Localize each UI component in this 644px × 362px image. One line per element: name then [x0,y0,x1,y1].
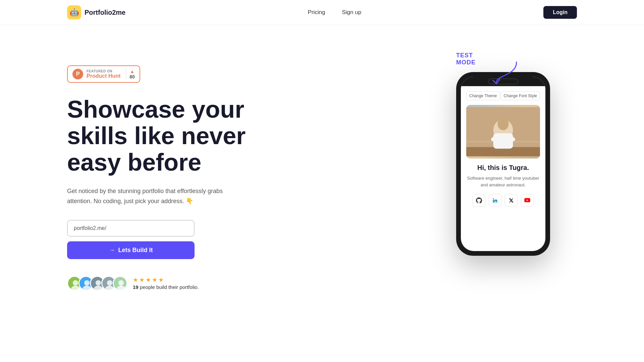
svg-point-19 [498,118,509,130]
phone-greeting: Hi, this is Tugra. [466,164,540,172]
hero-heading: Showcase your skills like never easy bef… [67,96,302,176]
svg-point-7 [96,280,101,286]
ph-brand-label: Product Hunt [87,73,120,79]
star-rating: ★ ★ ★ ★ ★ [133,276,199,284]
ph-number: 80 [129,74,135,79]
svg-rect-20 [493,133,513,149]
main-content: P FEATURED ON Product Hunt ▲ 80 Showcase… [0,25,644,311]
change-theme-button[interactable]: Change Theme [466,92,500,100]
github-icon[interactable] [473,194,485,207]
ph-icon: P [72,69,83,79]
ph-arrow-icon: ▲ [130,69,135,74]
change-font-button[interactable]: Change Font Style [501,92,540,100]
phone-mockup: Change Theme Change Font Style [456,72,550,256]
social-proof: ★ ★ ★ ★ ★ 19 people build their portfoli… [67,276,302,291]
svg-point-4 [84,280,90,286]
star-3: ★ [146,276,151,284]
svg-point-13 [118,280,124,286]
ph-text-block: FEATURED ON Product Hunt [87,69,120,79]
phone-screen: Change Theme Change Font Style [461,77,545,251]
url-input[interactable] [67,220,195,237]
phone-bio: Software engineer, half time youtuber an… [466,175,540,188]
linkedin-icon[interactable] [489,194,501,207]
twitter-x-icon[interactable] [505,194,518,207]
curved-arrow-icon [490,59,523,85]
nav-pricing-link[interactable]: Pricing [308,9,325,16]
stars-text-block: ★ ★ ★ ★ ★ 19 people build their portfoli… [133,276,199,290]
social-count: 19 [133,284,139,290]
product-hunt-badge[interactable]: P FEATURED ON Product Hunt ▲ 80 [67,65,140,83]
svg-point-1 [73,280,78,286]
ph-featured-text: FEATURED ON [87,69,120,73]
youtube-icon[interactable] [521,194,534,207]
nav-links: Pricing Sign up [308,9,362,16]
hero-subtitle: Get noticed by the stunning portfolio th… [67,186,241,206]
login-button[interactable]: Login [543,6,577,19]
logo-icon: 🤖 [67,5,81,19]
phone-profile-image [466,105,540,159]
test-mode-label: TEST MODE [456,52,490,66]
ph-score-block: ▲ 80 [126,69,135,79]
svg-point-10 [107,280,112,286]
navbar: 🤖 Portfolio2me Pricing Sign up Login [0,0,644,25]
social-proof-text: 19 people build their portfolio. [133,284,199,290]
logo-text: Portfolio2me [85,9,125,16]
build-btn-arrow-icon: → [109,247,115,254]
left-section: P FEATURED ON Product Hunt ▲ 80 Showcase… [67,52,302,291]
input-row: → Lets Build It [67,220,302,259]
build-btn-label: Lets Build It [118,247,153,254]
nav-logo[interactable]: 🤖 Portfolio2me [67,5,125,19]
phone-inner: Change Theme Change Font Style [461,86,545,212]
phone-actions: Change Theme Change Font Style [466,92,540,100]
avatar-group [67,276,127,291]
build-button[interactable]: → Lets Build It [67,241,195,259]
star-2: ★ [139,276,145,284]
phone-social-icons [466,194,540,207]
right-section: TEST MODE Change Theme Change Font Style [456,52,577,256]
nav-signup-link[interactable]: Sign up [342,9,362,16]
star-5: ★ [158,276,164,284]
star-4: ★ [152,276,157,284]
star-1: ★ [133,276,138,284]
avatar-5 [113,276,127,291]
